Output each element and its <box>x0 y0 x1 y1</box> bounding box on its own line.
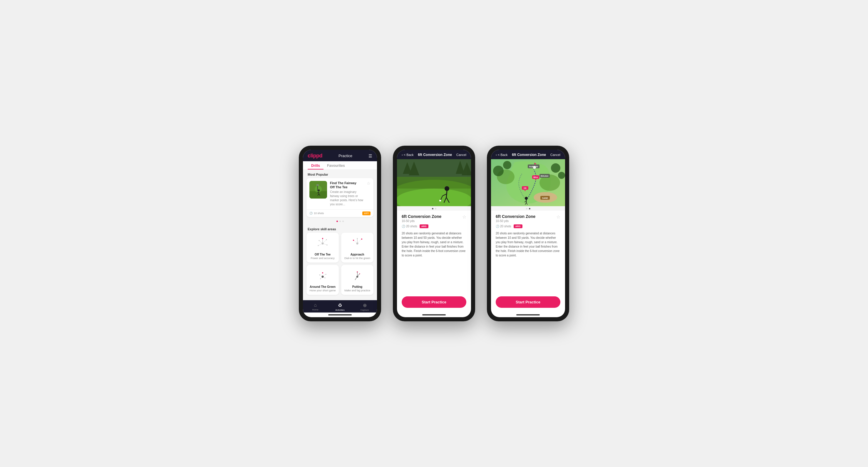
clock-icon-2: 🕐 <box>402 225 405 228</box>
screen2-hero-image <box>397 159 471 206</box>
screen2-drill-info: 6ft Conversion Zone 10-50 yds ☆ 🕐 20 sho… <box>397 210 471 261</box>
svg-point-16 <box>322 238 323 239</box>
skill-around-the-green[interactable]: Around The Green Hone your short game <box>307 265 339 295</box>
screen3-drill-desc: 20 shots are randomly generated at dista… <box>496 231 560 258</box>
featured-card-footer: 🕐 10 shots OTT <box>307 209 373 217</box>
screen2-content: 6ft Conversion Zone 10-50 yds ☆ 🕐 20 sho… <box>397 210 471 293</box>
svg-point-4 <box>316 184 319 186</box>
svg-point-18 <box>326 239 327 240</box>
nav-activities-label: Activities <box>335 309 345 311</box>
nav-activities[interactable]: ♻ Activities <box>328 302 352 311</box>
approach-name: Approach <box>350 253 364 256</box>
start-practice-button-2[interactable]: Start Practice <box>402 296 466 308</box>
svg-point-29 <box>319 275 320 275</box>
screen3-header: ‹ < Back 6ft Conversion Zone Cancel <box>491 150 565 159</box>
svg-text:ROUGH: ROUGH <box>541 175 548 177</box>
screen3-image-dots <box>491 206 565 210</box>
putting-icon <box>348 268 366 284</box>
home-icon: ⌂ <box>314 302 317 308</box>
svg-text:Miss: Miss <box>533 176 538 178</box>
skill-putting[interactable]: Putting Make and lag practice <box>341 265 373 295</box>
screens-container: clippd Practice ☰ Drills Favourites Most… <box>299 146 569 321</box>
svg-point-77 <box>533 166 536 169</box>
explore-label: Explore skill areas <box>303 224 377 233</box>
featured-card-title: Find The Fairway <box>330 181 364 185</box>
carousel-dots <box>303 220 377 224</box>
skill-areas-grid: Off The Tee Power and accuracy <box>303 233 377 298</box>
screen3-star-button[interactable]: ☆ <box>556 214 560 220</box>
capture-icon: ⊕ <box>363 302 367 308</box>
screen2-star-button[interactable]: ☆ <box>462 214 466 220</box>
off-the-tee-icon <box>314 236 332 252</box>
app-logo: clippd <box>308 153 322 159</box>
dot-3 <box>342 221 344 222</box>
clock-icon: 🕐 <box>309 212 313 215</box>
screen2-drill-range: 10-50 yds <box>402 220 441 223</box>
svg-text:Hit: Hit <box>524 187 527 189</box>
nav-capture-label: Capture <box>361 309 369 311</box>
screen3-hero-map: Hit Miss FAIRWAY ROUGH SAND <box>491 159 565 206</box>
screen3-cancel-button[interactable]: Cancel <box>550 153 560 157</box>
svg-rect-40 <box>397 177 471 189</box>
menu-icon[interactable]: ☰ <box>369 154 372 158</box>
screen3-content: 6ft Conversion Zone 10-50 yds ☆ 🕐 20 sho… <box>491 210 565 293</box>
svg-point-45 <box>444 186 449 191</box>
screen2-back-button[interactable]: ‹ < Back <box>402 153 414 157</box>
arg-badge-3: ARG <box>514 224 522 228</box>
back-chevron-icon-3: ‹ <box>496 153 497 157</box>
svg-point-20 <box>318 245 318 246</box>
start-practice-button-3[interactable]: Start Practice <box>496 296 560 308</box>
featured-card-subtitle: Off The Tee <box>330 185 364 189</box>
featured-card-star[interactable]: ☆ <box>367 181 371 186</box>
around-the-green-name: Around The Green <box>310 285 336 289</box>
screen1-tabs: Drills Favourites <box>303 161 377 170</box>
screen2-shots: 🕐 20 shots <box>402 225 417 228</box>
featured-drill-card[interactable]: Find The Fairway Off The Tee Create an i… <box>307 178 373 217</box>
screen3-drill-range: 10-50 yds <box>496 220 535 223</box>
svg-point-2 <box>315 186 322 193</box>
svg-point-25 <box>357 238 358 239</box>
img-dot-3-1 <box>526 208 527 209</box>
around-the-green-icon <box>314 268 332 284</box>
skill-approach[interactable]: Approach Dial-in to hit the green <box>341 233 373 263</box>
svg-point-59 <box>558 172 565 179</box>
screen1-content: Most Popular <box>303 170 377 300</box>
screen2-header: ‹ < Back 6ft Conversion Zone Cancel <box>397 150 471 159</box>
nav-home-label: Home <box>312 308 318 311</box>
tab-favourites[interactable]: Favourites <box>323 161 348 169</box>
putting-desc: Make and lag practice <box>344 289 370 292</box>
featured-card-text: Find The Fairway Off The Tee Create an i… <box>330 181 364 206</box>
svg-text:SAND: SAND <box>542 197 548 199</box>
featured-card-content: Find The Fairway Off The Tee Create an i… <box>307 178 373 209</box>
featured-card-image <box>309 181 327 199</box>
home-indicator-3 <box>516 314 540 315</box>
phone-3: ‹ < Back 6ft Conversion Zone Cancel <box>487 146 569 321</box>
tab-drills[interactable]: Drills <box>308 161 323 169</box>
nav-capture[interactable]: ⊕ Capture <box>352 302 377 311</box>
screen2-drill-meta: 🕐 20 shots ARG <box>402 224 466 228</box>
approach-icon <box>348 236 366 252</box>
screen3-shots: 🕐 20 shots <box>496 225 511 228</box>
phone-2-screen: ‹ < Back 6ft Conversion Zone Cancel <box>397 150 471 317</box>
dot-2 <box>339 221 341 222</box>
skill-off-the-tee[interactable]: Off The Tee Power and accuracy <box>307 233 339 263</box>
putting-name: Putting <box>352 285 362 289</box>
screen3-drill-title-group: 6ft Conversion Zone 10-50 yds <box>496 214 535 223</box>
svg-point-72 <box>525 197 528 200</box>
screen2-header-title: 6ft Conversion Zone <box>418 153 452 157</box>
ott-badge: OTT <box>362 211 371 215</box>
activities-icon: ♻ <box>338 302 342 308</box>
bottom-nav: ⌂ Home ♻ Activities ⊕ Capture <box>303 300 377 312</box>
clock-icon-3: 🕐 <box>496 225 499 228</box>
screen2-cancel-button[interactable]: Cancel <box>456 153 466 157</box>
screen3-back-button[interactable]: ‹ < Back <box>496 153 508 157</box>
nav-home[interactable]: ⌂ Home <box>303 302 328 311</box>
dot-1 <box>336 221 338 222</box>
phone-2: ‹ < Back 6ft Conversion Zone Cancel <box>393 146 475 321</box>
screen1-title: Practice <box>339 154 352 158</box>
screen3-drill-meta: 🕐 20 shots ARG <box>496 224 560 228</box>
img-dot-2 <box>435 208 436 209</box>
svg-rect-3 <box>317 185 318 191</box>
off-the-tee-name: Off The Tee <box>315 253 331 256</box>
off-the-tee-desc: Power and accuracy <box>311 257 335 260</box>
